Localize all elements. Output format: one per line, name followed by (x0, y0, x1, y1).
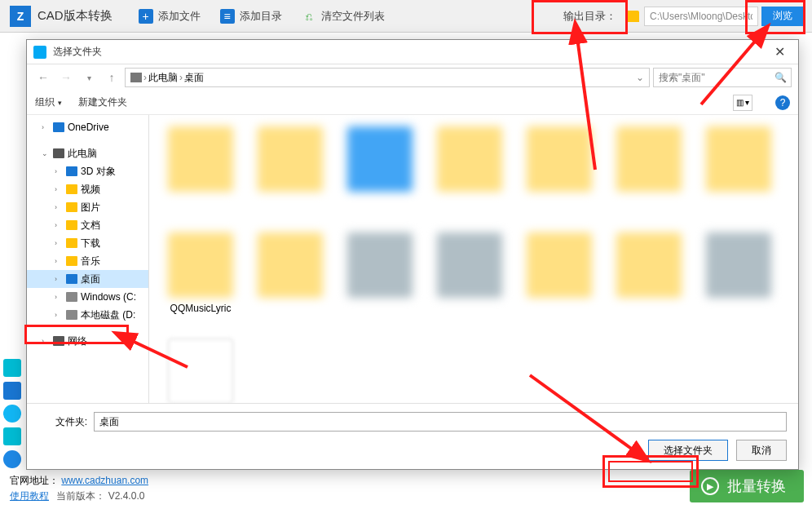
breadcrumb-item[interactable]: 此电脑 (148, 71, 178, 85)
breadcrumb-item[interactable]: 桌面 (184, 71, 204, 85)
nav-fwd-icon[interactable]: → (56, 68, 76, 87)
add-file-label: 添加文件 (158, 9, 201, 24)
task-icon[interactable] (3, 427, 21, 445)
chevron-right-icon: › (143, 72, 147, 83)
clear-list-button[interactable]: ⎌ 清空文件列表 (292, 0, 395, 33)
task-icon[interactable] (3, 405, 21, 423)
help-icon[interactable]: ? (775, 95, 790, 110)
nav-up-icon[interactable]: ↑ (102, 68, 121, 87)
tree-drive-c[interactable]: ›Windows (C: (27, 288, 148, 306)
clear-icon: ⎌ (302, 9, 316, 24)
dialog-footer: 文件夹: 选择文件夹 取消 (27, 403, 798, 469)
folder-tree: ›OneDrive ⌄此电脑 ›3D 对象 ›视频 ›图片 ›文档 ›下载 ›音… (27, 115, 149, 403)
new-folder-button[interactable]: 新建文件夹 (78, 95, 127, 109)
tree-drive-d[interactable]: ›本地磁盘 (D: (27, 306, 148, 324)
site-label: 官网地址： (10, 475, 59, 486)
tree-documents[interactable]: ›文档 (27, 216, 148, 234)
chevron-down-icon[interactable]: ⌄ (636, 72, 644, 83)
play-icon: ▶ (701, 477, 719, 495)
select-folder-button[interactable]: 选择文件夹 (648, 440, 728, 461)
grid-folder[interactable] (514, 122, 604, 228)
grid-folder[interactable] (245, 122, 335, 228)
grid-folder[interactable] (694, 228, 783, 334)
add-dir-button[interactable]: ≡ 添加目录 (210, 0, 292, 33)
breadcrumb[interactable]: › 此电脑 › 桌面 ⌄ (125, 68, 650, 87)
nav-back-icon[interactable]: ← (33, 68, 53, 87)
list-icon: ≡ (220, 9, 235, 24)
grid-folder[interactable] (425, 228, 514, 334)
grid-folder[interactable] (245, 228, 335, 334)
grid-folder[interactable] (604, 122, 694, 228)
organize-button[interactable]: 组织 ▾ (35, 95, 62, 109)
nav-history-icon[interactable]: ▾ (79, 68, 99, 87)
app-toolbar: Z CAD版本转换 + 添加文件 ≡ 添加目录 ⎌ 清空文件列表 输出目录： 浏… (0, 0, 812, 33)
clear-list-label: 清空文件列表 (321, 9, 385, 24)
tree-pictures[interactable]: ›图片 (27, 198, 148, 216)
dialog-nav: ← → ▾ ↑ › 此电脑 › 桌面 ⌄ 🔍 (27, 64, 798, 91)
close-icon[interactable]: ✕ (767, 44, 792, 60)
batch-label: 批量转换 (727, 476, 786, 496)
chevron-right-icon: › (179, 72, 183, 83)
folder-icon (626, 11, 639, 22)
tree-music[interactable]: ›音乐 (27, 252, 148, 270)
grid-folder[interactable] (156, 334, 245, 403)
tree-videos[interactable]: ›视频 (27, 180, 148, 198)
grid-folder[interactable] (156, 122, 245, 228)
grid-folder[interactable] (335, 122, 425, 228)
dialog-toolbar: 组织 ▾ 新建文件夹 ▥ ▾ ? (27, 91, 798, 115)
search-icon[interactable]: 🔍 (774, 72, 787, 83)
folder-name-input[interactable] (94, 412, 787, 432)
folder-dialog: 选择文件夹 ✕ ← → ▾ ↑ › 此电脑 › 桌面 ⌄ 🔍 组织 ▾ 新建文件… (26, 39, 799, 470)
chevron-down-icon: ▾ (58, 99, 62, 107)
grid-folder[interactable] (335, 228, 425, 334)
grid-folder[interactable] (604, 228, 694, 334)
version-value: V2.4.0.0 (108, 490, 145, 502)
add-file-button[interactable]: + 添加文件 (129, 0, 210, 33)
folder-field-label: 文件夹: (38, 415, 87, 429)
grid-folder[interactable] (425, 122, 514, 228)
app-logo-icon: Z (10, 6, 31, 27)
task-icon[interactable] (3, 450, 21, 468)
tutorial-link[interactable]: 使用教程 (10, 490, 49, 502)
tree-network[interactable]: ›网络 (27, 332, 148, 350)
file-grid[interactable]: QQMusicLyric (149, 115, 798, 403)
dialog-titlebar: 选择文件夹 ✕ (27, 40, 798, 64)
dialog-title-icon (33, 46, 46, 59)
browse-button[interactable]: 浏览 (761, 7, 804, 26)
grid-folder[interactable]: QQMusicLyric (156, 228, 245, 334)
output-path-input[interactable] (644, 7, 758, 26)
batch-convert-button[interactable]: ▶ 批量转换 (690, 470, 804, 502)
app-title: CAD版本转换 (38, 8, 113, 24)
task-icon[interactable] (3, 382, 21, 400)
cancel-button[interactable]: 取消 (736, 440, 787, 461)
grid-folder[interactable] (514, 228, 604, 334)
task-icon[interactable] (3, 359, 21, 377)
tree-this-pc[interactable]: ⌄此电脑 (27, 144, 148, 162)
desktop-taskbar (3, 359, 21, 468)
tree-3d-objects[interactable]: ›3D 对象 (27, 162, 148, 180)
tree-onedrive[interactable]: ›OneDrive (27, 118, 148, 136)
add-dir-label: 添加目录 (240, 9, 282, 24)
site-link[interactable]: www.cadzhuan.com (61, 475, 148, 486)
view-mode-button[interactable]: ▥ ▾ (733, 95, 752, 111)
output-dir-label: 输出目录： (558, 9, 621, 24)
tree-downloads[interactable]: ›下载 (27, 234, 148, 252)
tree-desktop[interactable]: ›桌面 (27, 270, 148, 288)
dialog-title: 选择文件夹 (53, 45, 767, 59)
grid-folder[interactable] (694, 122, 783, 228)
pc-icon (130, 73, 142, 82)
version-label: 当前版本： (56, 490, 105, 502)
plus-icon: + (139, 9, 153, 24)
search-input[interactable] (653, 68, 792, 87)
